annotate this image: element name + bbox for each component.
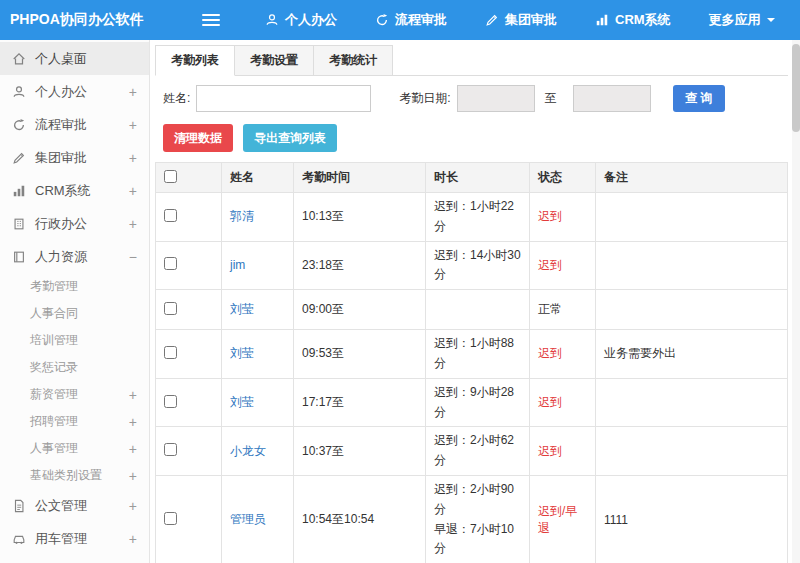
status-badge: 迟到 bbox=[538, 209, 562, 223]
menu-toggle-icon[interactable] bbox=[202, 14, 220, 26]
expand-icon[interactable]: + bbox=[129, 85, 137, 99]
topbar: PHPOA协同办公软件 个人办公流程审批集团审批CRM系统更多应用 bbox=[0, 0, 800, 40]
sidebar-item-4[interactable]: 集团审批+ bbox=[0, 141, 149, 174]
name-filter-input[interactable] bbox=[196, 85, 371, 112]
building-icon bbox=[12, 217, 27, 231]
expand-icon[interactable]: + bbox=[129, 532, 137, 546]
employee-name-link[interactable]: jim bbox=[230, 258, 245, 272]
sidebar-item-6[interactable]: 行政办公+ bbox=[0, 207, 149, 240]
expand-icon[interactable]: + bbox=[129, 388, 137, 402]
select-all-checkbox[interactable] bbox=[164, 170, 177, 183]
expand-icon[interactable]: + bbox=[129, 469, 137, 483]
sidebar-subitem[interactable]: 考勤管理 bbox=[0, 273, 149, 300]
sidebar-subitem[interactable]: 奖惩记录 bbox=[0, 354, 149, 381]
row-checkbox[interactable] bbox=[164, 346, 177, 359]
main-content: 考勤列表 考勤设置 考勤统计 姓名: 考勤日期: 至 查 询 清理数据 导出查询… bbox=[150, 40, 800, 563]
topnav-item-5[interactable]: 更多应用 bbox=[690, 0, 794, 40]
tab-attendance-list[interactable]: 考勤列表 bbox=[155, 45, 235, 76]
expand-icon[interactable]: + bbox=[129, 217, 137, 231]
duration-cell: 迟到：14小时30分 bbox=[426, 241, 530, 290]
duration-line: 迟到：1小时88分 bbox=[434, 334, 521, 374]
collapse-icon[interactable]: − bbox=[129, 250, 137, 264]
row-checkbox[interactable] bbox=[164, 209, 177, 222]
table-row: jim23:18至迟到：14小时30分迟到 bbox=[156, 241, 788, 290]
expand-icon[interactable]: + bbox=[129, 415, 137, 429]
clean-data-button[interactable]: 清理数据 bbox=[163, 124, 233, 152]
note-cell: 1111 bbox=[596, 475, 788, 563]
topnav-item-1[interactable]: 个人办公 bbox=[246, 0, 356, 40]
tab-attendance-settings[interactable]: 考勤设置 bbox=[234, 45, 314, 75]
export-list-button[interactable]: 导出查询列表 bbox=[243, 124, 337, 152]
name-cell: 刘莹 bbox=[222, 330, 294, 379]
sidebar-subitem-label: 奖惩记录 bbox=[30, 359, 78, 376]
sidebar-item-9[interactable]: 用车管理+ bbox=[0, 522, 149, 555]
topnav-item-2[interactable]: 流程审批 bbox=[356, 0, 466, 40]
employee-name-link[interactable]: 刘莹 bbox=[230, 395, 254, 409]
employee-name-link[interactable]: 刘莹 bbox=[230, 302, 254, 316]
sidebar-subitem[interactable]: 招聘管理+ bbox=[0, 408, 149, 435]
sidebar-subitem[interactable]: 人事管理+ bbox=[0, 435, 149, 462]
topnav-item-label: CRM系统 bbox=[615, 11, 671, 29]
attendance-time-cell: 09:53至 bbox=[294, 330, 426, 379]
expand-icon[interactable]: + bbox=[129, 184, 137, 198]
sidebar-item-2[interactable]: 个人办公+ bbox=[0, 75, 149, 108]
topnav-item-3[interactable]: 集团审批 bbox=[466, 0, 576, 40]
row-checkbox-cell bbox=[156, 475, 222, 563]
row-checkbox-cell bbox=[156, 378, 222, 427]
duration-cell: 迟到：9小时28分 bbox=[426, 378, 530, 427]
expand-icon[interactable]: + bbox=[129, 442, 137, 456]
row-checkbox[interactable] bbox=[164, 512, 177, 525]
row-checkbox[interactable] bbox=[164, 443, 177, 456]
duration-line: 迟到：14小时30分 bbox=[434, 246, 521, 286]
sidebar-item-label: CRM系统 bbox=[35, 182, 91, 200]
expand-icon[interactable]: + bbox=[129, 499, 137, 513]
expand-icon[interactable]: + bbox=[129, 151, 137, 165]
col-header-note: 备注 bbox=[596, 163, 788, 193]
search-button[interactable]: 查 询 bbox=[673, 85, 725, 112]
sidebar-item-5[interactable]: CRM系统+ bbox=[0, 174, 149, 207]
row-checkbox-cell bbox=[156, 427, 222, 476]
employee-name-link[interactable]: 小龙女 bbox=[230, 444, 266, 458]
sidebar-subitem[interactable]: 人事合同 bbox=[0, 300, 149, 327]
date-to-input[interactable] bbox=[573, 85, 651, 112]
sidebar-subitem[interactable]: 培训管理 bbox=[0, 327, 149, 354]
duration-cell: 迟到：2小时62分 bbox=[426, 427, 530, 476]
attendance-time-cell: 10:13至 bbox=[294, 193, 426, 242]
book-icon bbox=[12, 250, 27, 264]
sidebar-item-8[interactable]: 公文管理+ bbox=[0, 489, 149, 522]
row-checkbox[interactable] bbox=[164, 302, 177, 315]
app-title: PHPOA协同办公软件 bbox=[0, 11, 150, 29]
col-header-duration: 时长 bbox=[426, 163, 530, 193]
employee-name-link[interactable]: 管理员 bbox=[230, 512, 266, 526]
scrollbar[interactable] bbox=[792, 40, 800, 563]
row-checkbox-cell bbox=[156, 193, 222, 242]
expand-icon[interactable]: + bbox=[129, 118, 137, 132]
date-range-to-label: 至 bbox=[545, 90, 557, 107]
table-row: 郭清10:13至迟到：1小时22分迟到 bbox=[156, 193, 788, 242]
table-row: 刘莹09:00至正常 bbox=[156, 290, 788, 330]
sidebar-item-7[interactable]: 人力资源− bbox=[0, 240, 149, 273]
row-checkbox[interactable] bbox=[164, 395, 177, 408]
topnav-item-4[interactable]: CRM系统 bbox=[576, 0, 690, 40]
duration-line: 迟到：1小时22分 bbox=[434, 197, 521, 237]
sidebar-item-3[interactable]: 流程审批+ bbox=[0, 108, 149, 141]
row-checkbox[interactable] bbox=[164, 257, 177, 270]
note-cell bbox=[596, 378, 788, 427]
flow-icon bbox=[12, 118, 27, 132]
employee-name-link[interactable]: 郭清 bbox=[230, 209, 254, 223]
sidebar-subitem[interactable]: 基础类别设置+ bbox=[0, 462, 149, 489]
tab-attendance-stats[interactable]: 考勤统计 bbox=[313, 45, 393, 75]
sidebar-item-1[interactable]: 个人桌面 bbox=[0, 42, 149, 75]
car-icon bbox=[12, 532, 27, 546]
attendance-table-body: 郭清10:13至迟到：1小时22分迟到jim23:18至迟到：14小时30分迟到… bbox=[156, 193, 788, 563]
attendance-time-cell: 23:18至 bbox=[294, 241, 426, 290]
scrollbar-thumb[interactable] bbox=[792, 44, 800, 132]
sidebar-subitem[interactable]: 薪资管理+ bbox=[0, 381, 149, 408]
sidebar-item-label: 公文管理 bbox=[35, 497, 87, 515]
chart-icon bbox=[595, 13, 609, 27]
date-from-input[interactable] bbox=[457, 85, 535, 112]
employee-name-link[interactable]: 刘莹 bbox=[230, 346, 254, 360]
layout: 个人桌面个人办公+流程审批+集团审批+CRM系统+行政办公+人力资源−考勤管理人… bbox=[0, 40, 800, 563]
duration-line: 迟到：2小时90分 bbox=[434, 480, 521, 520]
sidebar-subitem-label: 考勤管理 bbox=[30, 278, 78, 295]
